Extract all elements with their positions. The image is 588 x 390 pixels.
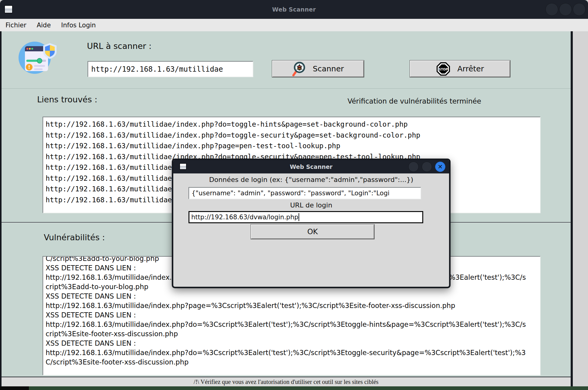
window-right-margin (573, 31, 588, 386)
window-minimize-button[interactable] (545, 3, 558, 16)
menu-aide[interactable]: Aide (37, 22, 51, 29)
vulnerability-line: http://192.168.1.63/mutillidae/index.php… (46, 348, 540, 358)
link-item[interactable]: http://192.168.1.63/mutillidae/index.php… (46, 119, 540, 130)
login-data-label: Données de login (ex: {"username":"admin… (173, 176, 449, 183)
vulnerability-line: XSS DETECTE DANS LIEN : (46, 339, 540, 348)
vulnerability-line: http://192.168.1.63/mutillidae/index.php… (46, 301, 540, 310)
login-dialog: Web Scanner ✕ Données de login (ex: {"us… (172, 159, 451, 288)
window-maximize-button[interactable] (559, 3, 572, 16)
link-item[interactable]: http://192.168.1.63/mutillidae/index.php… (46, 130, 540, 141)
login-data-input[interactable]: {"username": "admin", "password": "passw… (189, 187, 421, 199)
web-scanner-logo-icon: ! (16, 38, 57, 75)
menu-fichier[interactable]: Fichier (5, 22, 26, 29)
scanner-button-label: Scanner (313, 64, 344, 73)
dialog-minimize-button[interactable] (408, 162, 419, 172)
scan-status-text: Vérification de vulnérabilités terminée (348, 97, 481, 105)
window-right-edge (571, 31, 573, 386)
footer-warning: /!\ Vérifiez que vous avez l'autorisatio… (2, 377, 571, 386)
dialog-maximize-button[interactable] (422, 162, 432, 172)
stop-button-label: Arrêter (457, 64, 484, 73)
stop-sign-icon: STOP (436, 62, 451, 76)
window-title: Web Scanner (0, 0, 588, 19)
ok-button[interactable]: OK (251, 224, 374, 239)
links-found-label: Liens trouvés : (37, 95, 97, 104)
dialog-title: Web Scanner (173, 160, 449, 173)
dialog-close-button[interactable]: ✕ (435, 162, 445, 172)
url-to-scan-input[interactable]: http://192.168.1.63/mutillidae (88, 61, 253, 77)
vulnerability-line: http://192.168.1.63/mutillidae/index.php… (46, 320, 540, 329)
menubar: Fichier Aide Infos Login (0, 19, 588, 31)
bottom-strip (0, 386, 588, 390)
vulnerability-line: C/script%3Esite-footer-xss-discussion.ph… (46, 358, 540, 367)
logo-warning-glyph: ! (28, 64, 30, 70)
magnifier-bug-icon (292, 62, 306, 76)
vulnerability-line: XSS DETECTE DANS LIEN : (46, 310, 540, 320)
section-separator-top (2, 88, 571, 89)
dialog-titlebar: Web Scanner ✕ (173, 160, 449, 173)
titlebar: Web Scanner (0, 0, 588, 19)
menu-infos-login[interactable]: Infos Login (61, 22, 96, 29)
dialog-window-controls: ✕ (408, 162, 445, 172)
login-url-label: URL de login (173, 201, 449, 209)
url-to-scan-label: URL à scanner : (87, 41, 151, 51)
vulnerabilities-label: Vulnérabilités : (44, 233, 105, 242)
login-url-input[interactable]: http://192.168.63/dvwa/login.php (189, 211, 423, 223)
login-url-value: http://192.168.63/dvwa/login.php (191, 214, 298, 221)
web-scanner-app: Web Scanner Fichier Aide Infos Login (0, 0, 588, 390)
app-logo: ! (16, 38, 57, 75)
stop-icon-text: STOP (439, 67, 448, 71)
window-close-button[interactable] (573, 3, 586, 16)
stop-button[interactable]: STOP Arrêter (410, 60, 510, 77)
window-controls (545, 3, 586, 16)
link-item[interactable]: http://192.168.1.63/mutillidae/index.php… (46, 141, 540, 152)
vulnerability-line: XSS DETECTE DANS LIEN : (46, 292, 540, 301)
text-cursor (299, 213, 299, 221)
vulnerability-line: cript%3Esite-footer-xss-discussion.php (46, 329, 540, 339)
scanner-button[interactable]: Scanner (272, 60, 364, 77)
